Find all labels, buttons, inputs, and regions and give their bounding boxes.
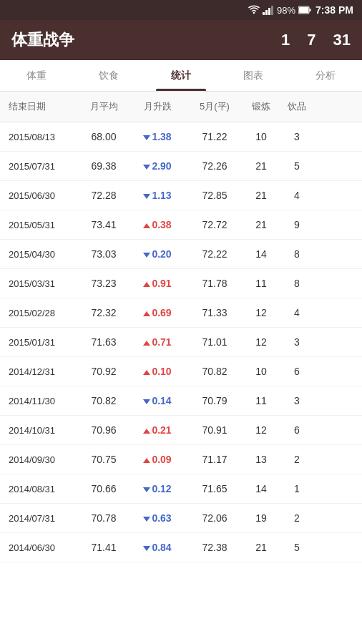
header-num31: 31: [333, 31, 351, 49]
cell-avg: 70.78: [79, 511, 129, 525]
up-arrow-icon: [143, 458, 150, 463]
table-row: 2014/12/31 70.92 0.10 70.82 10 6: [0, 357, 362, 386]
table-row: 2014/08/31 70.66 0.12 71.65 14 1: [0, 474, 362, 504]
cell-ref: 72.38: [186, 540, 243, 555]
cell-exercise: 12: [243, 306, 279, 320]
cell-exercise: 14: [243, 482, 279, 496]
cell-date: 2015/07/31: [0, 160, 79, 173]
down-arrow-icon: [143, 517, 150, 522]
cell-exercise: 10: [243, 364, 279, 379]
tab-analysis[interactable]: 分析: [290, 60, 362, 91]
wifi-icon: [248, 5, 260, 15]
tab-bar: 体重 饮食 统计 图表 分析: [0, 60, 362, 92]
table-row: 2014/07/31 70.78 0.63 72.06 19 2: [0, 504, 362, 533]
cell-avg: 71.41: [79, 540, 129, 555]
cell-date: 2015/04/30: [0, 248, 79, 261]
tab-chart[interactable]: 图表: [217, 60, 290, 91]
table-row: 2015/01/31 71.63 0.71 71.01 12 3: [0, 328, 362, 357]
cell-avg: 71.63: [79, 335, 129, 349]
battery-text: 98%: [277, 5, 295, 16]
battery-icon: [298, 6, 311, 14]
up-arrow-icon: [143, 223, 150, 228]
cell-drink: 2: [279, 452, 315, 467]
table-header-row: 结束日期 月平均 月升跌 5月(平) 锻炼 饮品: [0, 92, 362, 122]
table-row: 2015/05/31 73.41 0.38 72.72 21 9: [0, 210, 362, 240]
cell-avg: 70.96: [79, 423, 129, 437]
cell-date: 2014/10/31: [0, 424, 79, 437]
cell-date: 2014/06/30: [0, 541, 79, 555]
svg-rect-6: [299, 7, 308, 13]
svg-rect-1: [265, 10, 268, 15]
col-date: 结束日期: [0, 97, 79, 116]
col-avg: 月平均: [79, 97, 129, 116]
cell-date: 2014/09/30: [0, 453, 79, 467]
up-arrow-icon: [143, 282, 150, 287]
cell-avg: 70.82: [79, 394, 129, 408]
table-row: 2014/09/30 70.75 0.09 71.17 13 2: [0, 445, 362, 474]
tab-diet[interactable]: 饮食: [72, 60, 145, 91]
table-row: 2015/06/30 72.28 1.13 72.85 21 4: [0, 181, 362, 210]
cell-drink: 8: [279, 276, 315, 291]
svg-rect-3: [271, 6, 273, 15]
cell-drink: 3: [279, 130, 315, 144]
svg-rect-0: [263, 12, 265, 15]
down-arrow-icon: [143, 253, 150, 258]
cell-avg: 73.23: [79, 276, 129, 291]
cell-change: 0.10: [129, 364, 186, 379]
cell-change: 0.63: [129, 511, 186, 525]
cell-date: 2014/08/31: [0, 482, 79, 496]
app-title: 体重战争: [11, 29, 281, 51]
cell-exercise: 21: [243, 188, 279, 203]
cell-avg: 73.03: [79, 247, 129, 261]
cell-date: 2015/05/31: [0, 218, 79, 232]
table-row: 2015/07/31 69.38 2.90 72.26 21 5: [0, 152, 362, 181]
svg-rect-5: [310, 9, 311, 11]
cell-avg: 73.41: [79, 218, 129, 232]
cell-ref: 71.78: [186, 276, 243, 291]
table-row: 2015/08/13 68.00 1.38 71.22 10 3: [0, 122, 362, 152]
cell-avg: 70.66: [79, 482, 129, 496]
cell-ref: 71.33: [186, 306, 243, 320]
table-row: 2015/03/31 73.23 0.91 71.78 11 8: [0, 269, 362, 298]
col-exercise: 锻炼: [243, 97, 279, 116]
table-row: 2014/06/30 71.41 0.84 72.38 21 5: [0, 533, 362, 562]
cell-exercise: 12: [243, 423, 279, 437]
cell-drink: 6: [279, 364, 315, 379]
header-numbers: 1 7 31: [281, 31, 351, 49]
cell-drink: 2: [279, 511, 315, 525]
cell-avg: 72.28: [79, 188, 129, 203]
cell-change: 0.09: [129, 452, 186, 467]
cell-date: 2015/06/30: [0, 189, 79, 203]
down-arrow-icon: [143, 194, 150, 199]
cell-date: 2015/02/28: [0, 306, 79, 320]
cell-drink: 5: [279, 540, 315, 555]
cell-ref: 71.17: [186, 452, 243, 467]
cell-change: 1.13: [129, 188, 186, 203]
table-row: 2015/04/30 73.03 0.20 72.22 14 8: [0, 240, 362, 269]
tab-weight[interactable]: 体重: [0, 60, 72, 91]
cell-exercise: 21: [243, 540, 279, 555]
col-drink: 饮品: [279, 97, 315, 116]
cell-exercise: 10: [243, 130, 279, 144]
cell-avg: 70.75: [79, 452, 129, 467]
header-num1: 1: [281, 31, 290, 49]
cell-ref: 70.79: [186, 394, 243, 408]
status-icons: 98%: [248, 5, 311, 16]
cell-exercise: 11: [243, 276, 279, 291]
cell-drink: 3: [279, 394, 315, 408]
cell-exercise: 11: [243, 394, 279, 408]
cell-avg: 69.38: [79, 159, 129, 173]
col-ref: 5月(平): [186, 97, 243, 116]
cell-change: 0.38: [129, 218, 186, 232]
down-arrow-icon: [143, 487, 150, 492]
cell-drink: 6: [279, 423, 315, 437]
table-body: 2015/08/13 68.00 1.38 71.22 10 3 2015/07…: [0, 122, 362, 562]
cell-ref: 71.22: [186, 130, 243, 144]
header-num7: 7: [307, 31, 315, 49]
cell-change: 0.21: [129, 423, 186, 437]
cell-exercise: 14: [243, 247, 279, 261]
cell-date: 2015/03/31: [0, 277, 79, 291]
tab-stats[interactable]: 统计: [145, 60, 217, 91]
cell-date: 2015/08/13: [0, 130, 79, 144]
signal-icon: [263, 5, 274, 15]
